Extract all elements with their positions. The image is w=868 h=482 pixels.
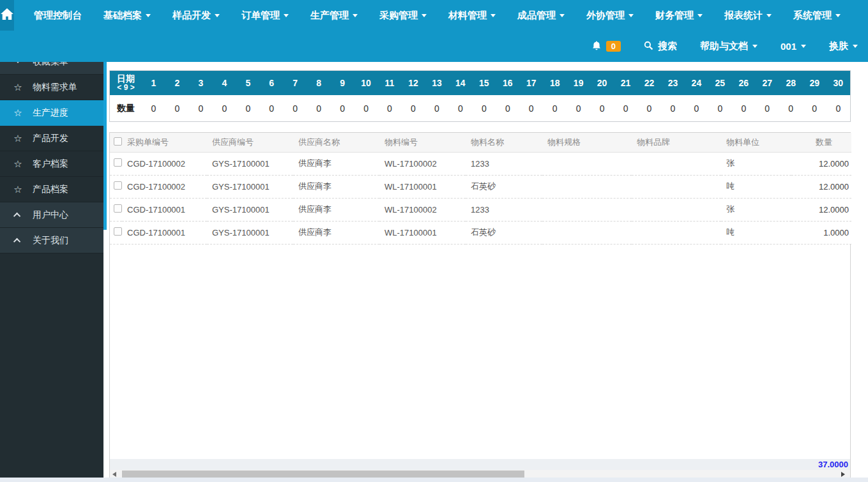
date-day-cell: 11 bbox=[378, 71, 402, 95]
orders-table-panel: 采购单编号供应商编号供应商名称物料编号物料名称物料规格物料品牌物料单位数量 CG… bbox=[109, 132, 851, 479]
date-day-cell: 28 bbox=[779, 71, 803, 95]
column-header: 数量 bbox=[791, 133, 851, 152]
search-button[interactable]: 搜索 bbox=[644, 40, 677, 52]
date-day-cell: 21 bbox=[614, 71, 637, 95]
home-button[interactable] bbox=[0, 0, 14, 31]
nav-item[interactable]: 采购管理 bbox=[369, 0, 438, 31]
date-qty-cell: 0 bbox=[307, 95, 331, 121]
qty-row-label: 数量 bbox=[110, 95, 142, 121]
date-day-cell: 1 bbox=[142, 71, 165, 95]
star-icon: ☆ bbox=[13, 184, 23, 195]
nav-item[interactable]: 材料管理 bbox=[438, 0, 506, 31]
sidebar-item[interactable]: ☆客户档案 bbox=[0, 151, 103, 177]
table-cell bbox=[632, 198, 721, 221]
row-checkbox-cell bbox=[110, 152, 122, 175]
sidebar-scrollbar-thumb[interactable] bbox=[103, 62, 107, 230]
table-cell bbox=[632, 221, 721, 244]
row-checkbox[interactable] bbox=[114, 181, 122, 190]
date-day-cell: 20 bbox=[590, 71, 614, 95]
sidebar-item[interactable]: ☆产品档案 bbox=[0, 177, 103, 202]
row-checkbox[interactable] bbox=[114, 227, 122, 236]
date-label-cell: 日期 < 9 > bbox=[110, 71, 142, 95]
table-row[interactable]: CGD-17100002GYS-17100001供应商李WL-171000021… bbox=[110, 152, 851, 175]
sidebar-item-label: 关于我们 bbox=[33, 235, 68, 246]
sidebar-item[interactable]: 关于我们 bbox=[0, 228, 103, 253]
date-qty-cell: 0 bbox=[236, 95, 260, 121]
sidebar-item-label: 物料需求单 bbox=[33, 82, 77, 93]
date-day-cell: 13 bbox=[425, 71, 448, 95]
table-row[interactable]: CGD-17100001GYS-17100001供应商李WL-171000021… bbox=[110, 198, 851, 221]
nav-item-label: 基础档案 bbox=[103, 10, 142, 22]
table-cell: 12.0000 bbox=[791, 152, 851, 175]
sidebar-item[interactable]: 用户中心 bbox=[0, 202, 103, 228]
date-qty-cell: 0 bbox=[401, 95, 425, 121]
star-icon: ☆ bbox=[13, 133, 23, 144]
date-day-cell: 7 bbox=[284, 71, 307, 95]
row-checkbox-cell bbox=[110, 175, 122, 198]
row-checkbox[interactable] bbox=[114, 204, 122, 213]
nav-item[interactable]: 成品管理 bbox=[506, 0, 575, 31]
table-cell: 供应商李 bbox=[293, 221, 379, 244]
nav-item-label: 系统管理 bbox=[793, 10, 832, 22]
nav-items: 管理控制台基础档案样品开发订单管理生产管理采购管理材料管理成品管理外协管理财务管… bbox=[23, 0, 851, 31]
caret-down-icon bbox=[13, 62, 23, 63]
nav-item[interactable]: 系统管理 bbox=[782, 0, 851, 31]
user-menu[interactable]: 001 bbox=[780, 41, 806, 52]
select-all-checkbox[interactable] bbox=[114, 137, 122, 146]
row-checkbox[interactable] bbox=[114, 158, 122, 167]
nav-item[interactable]: 财务管理 bbox=[644, 0, 713, 31]
star-icon: ☆ bbox=[13, 82, 23, 93]
table-body: CGD-17100002GYS-17100001供应商李WL-171000021… bbox=[110, 152, 851, 244]
date-day-cell: 29 bbox=[803, 71, 826, 95]
scrollbar-thumb[interactable] bbox=[122, 471, 524, 478]
nav-item-label: 材料管理 bbox=[448, 10, 487, 22]
table-row[interactable]: CGD-17100001GYS-17100001供应商李WL-17100001石… bbox=[110, 221, 851, 244]
row-checkbox-cell bbox=[110, 198, 122, 221]
caret-down-icon bbox=[853, 45, 858, 48]
nav-item[interactable]: 样品开发 bbox=[162, 0, 231, 31]
column-header: 物料规格 bbox=[542, 133, 632, 152]
search-label: 搜索 bbox=[658, 40, 677, 52]
sidebar-item-label: 产品档案 bbox=[33, 184, 68, 195]
scroll-left-arrow-icon[interactable] bbox=[112, 472, 116, 477]
nav-item[interactable]: 基础档案 bbox=[93, 0, 162, 31]
caret-down-icon bbox=[560, 14, 565, 17]
table-cell: 供应商李 bbox=[293, 175, 379, 198]
date-qty-cell: 0 bbox=[472, 95, 496, 121]
nav-item-label: 成品管理 bbox=[517, 10, 556, 22]
date-qty-cell: 0 bbox=[165, 95, 189, 121]
table-cell: GYS-17100001 bbox=[207, 198, 293, 221]
date-qty-cell: 0 bbox=[213, 95, 236, 121]
nav-item[interactable]: 管理控制台 bbox=[23, 0, 93, 31]
nav-item[interactable]: 生产管理 bbox=[300, 0, 369, 31]
table-row[interactable]: CGD-17100002GYS-17100001供应商李WL-17100001石… bbox=[110, 175, 851, 198]
sidebar-item[interactable]: ☆产品开发 bbox=[0, 126, 103, 151]
sidebar-item[interactable]: 收藏菜单 bbox=[0, 62, 103, 75]
date-label: 日期 bbox=[117, 73, 135, 84]
date-qty-cell: 0 bbox=[567, 95, 590, 121]
nav-item[interactable]: 报表统计 bbox=[713, 0, 782, 31]
sidebar-item[interactable]: ☆生产进度 bbox=[0, 100, 103, 126]
date-day-cell: 22 bbox=[637, 71, 661, 95]
caret-down-icon bbox=[146, 14, 151, 17]
nav-item[interactable]: 外协管理 bbox=[575, 0, 644, 31]
caret-down-icon bbox=[835, 14, 841, 17]
sidebar-menu: 收藏菜单☆物料需求单☆生产进度☆产品开发☆客户档案☆产品档案用户中心关于我们 bbox=[0, 62, 103, 253]
top-header: 管理控制台基础档案样品开发订单管理生产管理采购管理材料管理成品管理外协管理财务管… bbox=[0, 0, 868, 62]
date-qty-cell: 0 bbox=[260, 95, 284, 121]
scroll-right-arrow-icon[interactable] bbox=[841, 472, 845, 477]
date-day-cell: 24 bbox=[685, 71, 708, 95]
star-icon: ☆ bbox=[13, 158, 23, 170]
notifications-button[interactable]: 0 bbox=[591, 40, 621, 53]
date-pager[interactable]: < 9 > bbox=[110, 84, 142, 93]
help-menu[interactable]: 帮助与文档 bbox=[700, 40, 758, 52]
skin-menu[interactable]: 换肤 bbox=[829, 40, 858, 52]
date-day-cell: 2 bbox=[165, 71, 189, 95]
sidebar-item[interactable]: ☆物料需求单 bbox=[0, 75, 103, 100]
utility-row: 0 搜索 帮助与文档 001 换肤 bbox=[0, 31, 868, 62]
bell-icon bbox=[591, 40, 602, 53]
user-label: 001 bbox=[780, 41, 796, 52]
table-empty-area bbox=[110, 245, 850, 460]
nav-item[interactable]: 订单管理 bbox=[231, 0, 300, 31]
caret-down-icon bbox=[215, 14, 220, 17]
